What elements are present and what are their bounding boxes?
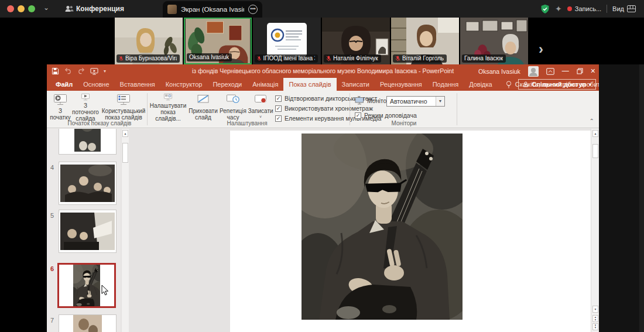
tab-view[interactable]: Подання: [427, 78, 464, 91]
use-timings-checkbox[interactable]: ✓ Використовувати хронометраж: [275, 105, 373, 112]
customize-qat-icon[interactable]: ▾: [104, 69, 106, 74]
slide-thumbnail[interactable]: [59, 129, 116, 154]
scroll-up-icon[interactable]: ▲: [122, 130, 128, 137]
zoom-window-button[interactable]: [28, 5, 35, 12]
scroll-down-icon[interactable]: ▼: [592, 306, 598, 313]
name-tag: Oksana Ivasiuk: [187, 53, 232, 61]
record-dropdown-caret[interactable]: ˅: [259, 115, 262, 119]
view-button[interactable]: Вид: [612, 5, 636, 12]
chevron-down-icon[interactable]: ⌄: [43, 4, 49, 12]
use-timings-label: Використовувати хронометраж: [285, 105, 373, 112]
from-beginning-button[interactable]: З початку: [48, 93, 73, 122]
participant-strip: Віра Бурназова/Vira... Oksana Ivasiuk: [0, 18, 644, 64]
record-label: Записати: [248, 108, 273, 114]
scroll-up-icon[interactable]: ▲: [592, 130, 598, 137]
scrollbar-thumb[interactable]: [122, 143, 128, 163]
slide-page: [230, 131, 591, 332]
slide-thumbnail-image: [59, 162, 116, 204]
participant-name: Наталія Філіпчук: [333, 55, 378, 61]
tab-animations[interactable]: Анімація: [247, 78, 283, 91]
account-name[interactable]: Oksana Ivasiuk: [478, 68, 520, 75]
previous-slide-icon[interactable]: ▲▲: [592, 315, 598, 322]
rehearse-timings-button[interactable]: Репетиція часу: [218, 93, 248, 122]
vertical-scrollbar[interactable]: ▲ ▼ ▲▲ ▼▼: [591, 129, 599, 332]
participant-tile[interactable]: Наталія Філіпчук: [322, 18, 390, 64]
next-participants-button[interactable]: ›: [539, 42, 543, 56]
tab-help[interactable]: Довідка: [464, 78, 498, 91]
participant-tile[interactable]: Галина Івасюк: [460, 18, 528, 64]
undo-icon[interactable]: [64, 67, 72, 74]
slide-photo: [302, 134, 463, 320]
dropdown-arrow-icon[interactable]: ▼: [436, 97, 444, 106]
tab-review[interactable]: Рецензування: [375, 78, 427, 91]
checkbox-checked-icon: ✓: [275, 105, 282, 112]
from-current-slide-label: З поточного слайда: [70, 102, 101, 122]
muted-mic-icon: [257, 56, 261, 61]
screen: ⌄ Конференция Экран (Oksana Ivasiuk) •••…: [0, 0, 644, 332]
scrollbar-thumb[interactable]: [592, 144, 598, 158]
monitor-dropdown[interactable]: Автоматично ▼: [386, 96, 445, 107]
participant-name: Oksana Ivasiuk: [189, 54, 229, 60]
account-avatar[interactable]: [528, 66, 539, 77]
ai-sparkle-icon[interactable]: ✦: [555, 4, 562, 13]
tab-home[interactable]: Основне: [78, 78, 114, 91]
share-button[interactable]: Спільний доступ ▾: [518, 79, 596, 90]
security-shield-icon[interactable]: [540, 4, 550, 14]
participant-tile[interactable]: ІПООД імені Івана Зя...: [253, 18, 321, 64]
slide-number: 5: [50, 212, 54, 219]
ribbon-display-options-icon[interactable]: [546, 68, 554, 75]
start-slideshow-icon[interactable]: [90, 67, 98, 75]
group-label-monitors: Монітори: [363, 120, 445, 126]
ribbon-tab-row: Файл Основне Вставлення Конструктор Пере…: [47, 78, 599, 91]
share-person-icon: [523, 81, 529, 87]
minimize-window-button[interactable]: [18, 5, 25, 12]
view-label: Вид: [612, 5, 624, 12]
tab-design[interactable]: Конструктор: [160, 78, 208, 91]
custom-slideshow-button[interactable]: Користувацький показ слайдів: [101, 93, 146, 122]
tab-file[interactable]: Файл: [50, 78, 78, 91]
slide-thumbnail-image: [59, 210, 116, 252]
tab-slideshow-active[interactable]: Показ слайдів: [283, 78, 336, 91]
slide-thumbnail[interactable]: [59, 162, 116, 204]
from-current-slide-button[interactable]: З поточного слайда: [70, 93, 101, 122]
slide-thumbnail[interactable]: [59, 210, 116, 252]
collapse-ribbon-icon[interactable]: ⌃: [590, 118, 594, 124]
monitor-icon: [355, 97, 364, 105]
recording-indicator[interactable]: Запись...: [567, 5, 601, 12]
custom-slideshow-label: Користувацький показ слайдів: [101, 108, 146, 121]
screen-share-tab[interactable]: Экран (Oksana Ivasiuk) •••: [163, 1, 262, 18]
presenter-view-label: Режим доповідача: [364, 112, 417, 119]
record-button[interactable]: Записати ˅: [248, 93, 273, 122]
monitor-dropdown-value: Автоматично: [387, 97, 436, 106]
name-tag: Галина Івасюк: [462, 54, 506, 63]
restore-icon[interactable]: [577, 68, 583, 74]
participant-tile-active-speaker[interactable]: Oksana Ivasiuk: [184, 18, 252, 64]
more-options-icon[interactable]: •••: [248, 5, 258, 14]
thumbnail-scrollbar[interactable]: ▲: [122, 129, 129, 332]
tab-transitions[interactable]: Переходи: [207, 78, 247, 91]
record-dot-icon: [567, 6, 572, 11]
tab-record[interactable]: Записати: [337, 78, 375, 91]
hide-slide-button[interactable]: Приховати слайд: [188, 93, 218, 122]
participant-tile[interactable]: Віра Бурназова/Vira...: [115, 18, 183, 64]
slide-thumbnail-panel: 4 5: [47, 129, 121, 332]
close-icon[interactable]: ×: [591, 64, 595, 78]
participant-tile[interactable]: Віталій Горголь: [391, 18, 459, 64]
rehearse-timings-label: Репетиція часу: [218, 108, 248, 121]
tab-insert[interactable]: Вставлення: [115, 78, 160, 91]
checkbox-checked-icon: ✓: [275, 95, 282, 102]
powerpoint-titlebar: із фондів Чернівецького обласного меморі…: [47, 64, 599, 78]
redo-icon[interactable]: [77, 67, 85, 74]
group-label-start: Початок показу слайдів: [59, 120, 141, 126]
next-slide-icon[interactable]: ▼▼: [592, 323, 598, 330]
macos-titlebar: ⌄ Конференция Экран (Oksana Ivasiuk) •••…: [0, 0, 644, 18]
divider: [607, 5, 607, 13]
save-icon[interactable]: [52, 67, 59, 75]
muted-mic-icon: [119, 56, 124, 61]
presenter-view-checkbox[interactable]: ✓ Режим доповідача: [355, 112, 417, 119]
setup-slideshow-button[interactable]: Налаштувати показ слайдів...: [148, 93, 188, 122]
close-window-button[interactable]: [7, 5, 14, 12]
minimize-icon[interactable]: —: [562, 64, 569, 78]
meeting-title: Конференция: [76, 5, 124, 13]
slide-thumbnail[interactable]: [59, 315, 116, 332]
